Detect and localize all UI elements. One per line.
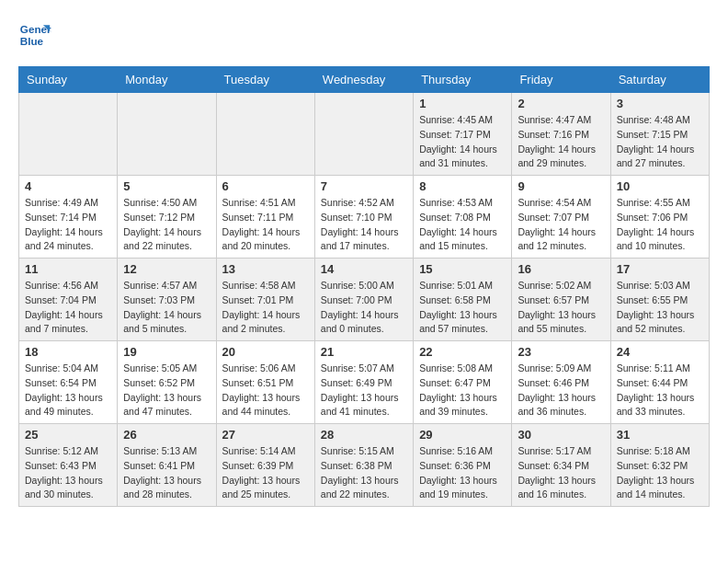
day-number: 5 [123,179,210,193]
day-info: Sunrise: 5:03 AMSunset: 6:55 PMDaylight:… [617,279,703,337]
calendar-cell: 15Sunrise: 5:01 AMSunset: 6:58 PMDayligh… [414,259,512,341]
day-info: Sunrise: 4:47 AMSunset: 7:16 PMDaylight:… [518,113,604,171]
calendar-cell [19,93,118,176]
calendar-cell: 14Sunrise: 5:00 AMSunset: 7:00 PMDayligh… [314,259,413,341]
day-number: 30 [518,428,604,442]
day-info: Sunrise: 4:54 AMSunset: 7:07 PMDaylight:… [518,196,604,254]
day-number: 7 [321,179,407,193]
calendar-cell: 8Sunrise: 4:53 AMSunset: 7:08 PMDaylight… [414,176,512,259]
calendar-cell: 18Sunrise: 5:04 AMSunset: 6:54 PMDayligh… [19,341,118,424]
weekday-header-sunday: Sunday [19,67,118,93]
day-number: 14 [321,262,407,276]
calendar-cell: 13Sunrise: 4:58 AMSunset: 7:01 PMDayligh… [216,259,314,341]
day-info: Sunrise: 5:02 AMSunset: 6:57 PMDaylight:… [518,279,604,337]
day-info: Sunrise: 5:18 AMSunset: 6:32 PMDaylight:… [617,444,703,502]
day-number: 21 [321,345,407,359]
day-info: Sunrise: 4:53 AMSunset: 7:08 PMDaylight:… [419,196,506,254]
day-number: 22 [419,345,506,359]
day-info: Sunrise: 4:50 AMSunset: 7:12 PMDaylight:… [123,196,210,254]
calendar-cell: 11Sunrise: 4:56 AMSunset: 7:04 PMDayligh… [19,259,118,341]
day-number: 3 [617,97,703,110]
day-info: Sunrise: 5:08 AMSunset: 6:47 PMDaylight:… [419,362,506,419]
day-number: 29 [419,428,506,442]
calendar-cell: 16Sunrise: 5:02 AMSunset: 6:57 PMDayligh… [512,259,610,341]
calendar-cell [314,93,413,176]
day-info: Sunrise: 5:00 AMSunset: 7:00 PMDaylight:… [321,279,407,337]
day-number: 20 [222,345,309,359]
calendar-cell: 10Sunrise: 4:55 AMSunset: 7:06 PMDayligh… [610,176,709,259]
day-number: 24 [617,345,703,359]
calendar-cell: 20Sunrise: 5:06 AMSunset: 6:51 PMDayligh… [216,341,314,424]
day-number: 18 [25,345,111,359]
logo-icon: General Blue [18,18,51,52]
svg-text:General: General [20,23,51,35]
day-number: 27 [222,428,309,442]
day-number: 6 [222,179,309,193]
day-info: Sunrise: 4:57 AMSunset: 7:03 PMDaylight:… [123,279,210,337]
day-number: 11 [25,262,111,276]
day-info: Sunrise: 4:51 AMSunset: 7:11 PMDaylight:… [222,196,309,254]
calendar-cell: 2Sunrise: 4:47 AMSunset: 7:16 PMDaylight… [512,93,610,176]
calendar-cell: 28Sunrise: 5:15 AMSunset: 6:38 PMDayligh… [314,424,413,507]
calendar-cell: 4Sunrise: 4:49 AMSunset: 7:14 PMDaylight… [19,176,118,259]
calendar-cell: 30Sunrise: 5:17 AMSunset: 6:34 PMDayligh… [512,424,610,507]
day-number: 9 [518,179,604,193]
weekday-header-monday: Monday [118,67,216,93]
day-info: Sunrise: 4:49 AMSunset: 7:14 PMDaylight:… [25,196,111,254]
svg-text:Blue: Blue [20,35,44,47]
day-number: 10 [617,179,703,193]
day-info: Sunrise: 5:01 AMSunset: 6:58 PMDaylight:… [419,279,506,337]
calendar-table: SundayMondayTuesdayWednesdayThursdayFrid… [18,66,710,507]
day-info: Sunrise: 5:04 AMSunset: 6:54 PMDaylight:… [25,362,111,419]
day-number: 13 [222,262,309,276]
day-info: Sunrise: 5:11 AMSunset: 6:44 PMDaylight:… [617,362,703,419]
calendar-cell: 5Sunrise: 4:50 AMSunset: 7:12 PMDaylight… [118,176,216,259]
day-info: Sunrise: 5:07 AMSunset: 6:49 PMDaylight:… [321,362,407,419]
calendar-cell: 26Sunrise: 5:13 AMSunset: 6:41 PMDayligh… [118,424,216,507]
day-info: Sunrise: 4:55 AMSunset: 7:06 PMDaylight:… [617,196,703,254]
day-info: Sunrise: 4:52 AMSunset: 7:10 PMDaylight:… [321,196,407,254]
weekday-header-friday: Friday [512,67,610,93]
day-number: 2 [518,97,604,110]
calendar-cell: 24Sunrise: 5:11 AMSunset: 6:44 PMDayligh… [610,341,709,424]
calendar-cell: 17Sunrise: 5:03 AMSunset: 6:55 PMDayligh… [610,259,709,341]
day-number: 28 [321,428,407,442]
day-info: Sunrise: 5:05 AMSunset: 6:52 PMDaylight:… [123,362,210,419]
calendar-cell: 29Sunrise: 5:16 AMSunset: 6:36 PMDayligh… [414,424,512,507]
day-info: Sunrise: 5:15 AMSunset: 6:38 PMDaylight:… [321,444,407,502]
calendar-cell: 31Sunrise: 5:18 AMSunset: 6:32 PMDayligh… [610,424,709,507]
day-info: Sunrise: 5:06 AMSunset: 6:51 PMDaylight:… [222,362,309,419]
day-info: Sunrise: 4:58 AMSunset: 7:01 PMDaylight:… [222,279,309,337]
calendar-cell: 12Sunrise: 4:57 AMSunset: 7:03 PMDayligh… [118,259,216,341]
weekday-header-wednesday: Wednesday [314,67,413,93]
day-number: 8 [419,179,506,193]
day-number: 19 [123,345,210,359]
day-number: 31 [617,428,703,442]
calendar-cell: 7Sunrise: 4:52 AMSunset: 7:10 PMDaylight… [314,176,413,259]
day-info: Sunrise: 5:12 AMSunset: 6:43 PMDaylight:… [25,444,111,502]
day-number: 1 [419,97,506,110]
day-info: Sunrise: 5:09 AMSunset: 6:46 PMDaylight:… [518,362,604,419]
calendar-cell: 19Sunrise: 5:05 AMSunset: 6:52 PMDayligh… [118,341,216,424]
calendar-cell [118,93,216,176]
day-info: Sunrise: 4:48 AMSunset: 7:15 PMDaylight:… [617,113,703,171]
calendar-cell: 3Sunrise: 4:48 AMSunset: 7:15 PMDaylight… [610,93,709,176]
day-number: 23 [518,345,604,359]
page-header: General Blue [18,18,710,52]
calendar-cell: 21Sunrise: 5:07 AMSunset: 6:49 PMDayligh… [314,341,413,424]
day-number: 17 [617,262,703,276]
calendar-cell: 6Sunrise: 4:51 AMSunset: 7:11 PMDaylight… [216,176,314,259]
day-number: 16 [518,262,604,276]
day-info: Sunrise: 4:45 AMSunset: 7:17 PMDaylight:… [419,113,506,171]
logo: General Blue [18,18,55,52]
day-info: Sunrise: 5:14 AMSunset: 6:39 PMDaylight:… [222,444,309,502]
day-info: Sunrise: 5:16 AMSunset: 6:36 PMDaylight:… [419,444,506,502]
calendar-cell: 27Sunrise: 5:14 AMSunset: 6:39 PMDayligh… [216,424,314,507]
day-info: Sunrise: 4:56 AMSunset: 7:04 PMDaylight:… [25,279,111,337]
day-info: Sunrise: 5:13 AMSunset: 6:41 PMDaylight:… [123,444,210,502]
calendar-cell: 23Sunrise: 5:09 AMSunset: 6:46 PMDayligh… [512,341,610,424]
weekday-header-thursday: Thursday [414,67,512,93]
day-number: 12 [123,262,210,276]
calendar-cell: 22Sunrise: 5:08 AMSunset: 6:47 PMDayligh… [414,341,512,424]
calendar-cell: 1Sunrise: 4:45 AMSunset: 7:17 PMDaylight… [414,93,512,176]
